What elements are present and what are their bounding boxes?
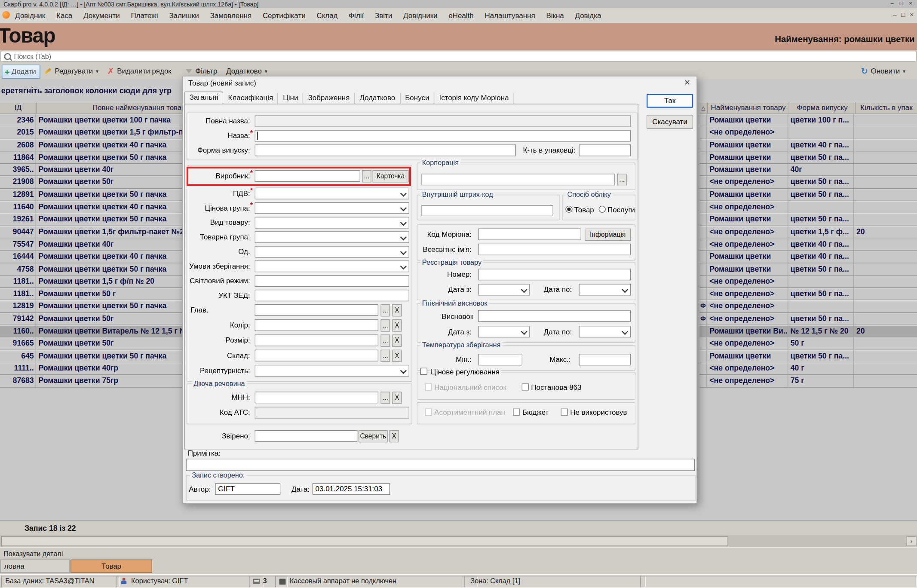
corporation-field[interactable] (421, 174, 615, 185)
menu-item[interactable]: Сертифікати (263, 12, 306, 20)
budget-checkbox[interactable] (513, 409, 520, 416)
verify-clear-button[interactable]: X (389, 430, 399, 442)
column-header-name[interactable]: Найменування товару (708, 103, 789, 114)
menu-item[interactable]: eHealth (448, 12, 473, 20)
size-ellipsis-button[interactable]: ... (380, 334, 390, 346)
ok-button[interactable]: Так (647, 94, 693, 108)
corporation-ellipsis-button[interactable]: ... (617, 174, 627, 185)
reg-date-to-select[interactable] (579, 284, 631, 295)
dialog-close-icon[interactable]: ✕ (681, 77, 693, 88)
mnn-field[interactable] (255, 392, 378, 403)
color-field[interactable] (255, 319, 378, 331)
unit-select[interactable] (255, 246, 409, 257)
table-row[interactable]: <не определено>цветки 50 г па... (699, 176, 917, 189)
maximize-icon[interactable]: □ (899, 0, 903, 8)
minimize-icon[interactable]: – (890, 0, 894, 8)
glav-clear-button[interactable]: X (393, 304, 402, 316)
mdi-restore-icon[interactable]: □ (901, 11, 905, 18)
table-row[interactable]: Ф<не определено> (699, 300, 917, 313)
min-field[interactable] (478, 354, 522, 365)
table-row[interactable]: Ромашки цветки40г (699, 164, 917, 176)
table-row[interactable]: <не определено>цветки 50 г па... (699, 288, 917, 300)
morion-field[interactable] (478, 229, 581, 240)
table-row[interactable]: Ромашки цветкицветки 50 г па... (699, 263, 917, 276)
table-row[interactable]: Ромашки цветкицветки 50 г па... (699, 189, 917, 201)
menu-item[interactable]: Залишки (169, 12, 199, 20)
table-row[interactable]: Ромашки цветкицветки 50 г па... (699, 151, 917, 164)
name-field[interactable] (255, 130, 631, 141)
menu-item[interactable]: Вікна (546, 12, 564, 20)
table-row[interactable]: <не определено>40 г (699, 362, 917, 375)
prescription-select[interactable] (255, 365, 409, 377)
qty-per-pack-field[interactable] (579, 144, 631, 156)
column-header-id[interactable]: ІД (0, 103, 37, 114)
menu-item[interactable]: Склад (316, 12, 337, 20)
size-field[interactable] (255, 334, 378, 346)
mnn-clear-button[interactable]: X (393, 392, 402, 404)
reg-date-from-select[interactable] (478, 284, 530, 295)
menu-item[interactable]: Звіти (375, 12, 392, 20)
cancel-button[interactable]: Скасувати (647, 115, 693, 129)
tab-tovar[interactable]: Товар (71, 560, 152, 573)
column-header-sort-marker[interactable]: △ (699, 103, 708, 114)
table-row[interactable]: <не определено> (699, 276, 917, 288)
dialog-tab[interactable]: Зображення (304, 93, 355, 104)
table-row[interactable]: <не определено>цветки 40 г па... (699, 239, 917, 251)
menu-item[interactable]: Каса (56, 12, 72, 20)
warehouse-clear-button[interactable]: X (393, 350, 402, 362)
barcode-field[interactable] (421, 205, 553, 216)
table-row[interactable]: Ф<не определено>цветки 50 г па... (699, 313, 917, 325)
mdi-minimize-icon[interactable]: – (893, 11, 896, 18)
price-group-select[interactable] (255, 202, 409, 214)
warehouse-ellipsis-button[interactable]: ... (380, 350, 390, 362)
ukt-zed-field[interactable] (255, 290, 409, 301)
light-mode-field[interactable] (255, 275, 409, 287)
dialog-tab[interactable]: Ціни (278, 93, 303, 104)
column-header-qty[interactable]: Кількість в упак (856, 103, 917, 114)
producer-card-button[interactable]: Карточка (372, 170, 408, 182)
dialog-tab[interactable]: Бонуси (400, 93, 434, 104)
release-form-field[interactable] (255, 144, 516, 156)
goods-radio[interactable] (565, 206, 572, 213)
show-details-toggle[interactable]: Показувати деталі (3, 550, 63, 558)
menu-item[interactable]: Замовлення (210, 12, 252, 20)
delete-row-button[interactable]: ✗ Видалити рядок (106, 65, 172, 78)
search-input[interactable]: Поиск (Tab) (0, 51, 916, 62)
color-clear-button[interactable]: X (393, 319, 402, 331)
table-row[interactable]: Ромашки цветкицветки 100 г п... (699, 114, 917, 127)
horizontal-scrollbar[interactable]: › (0, 535, 917, 547)
menu-item[interactable]: Платежі (131, 12, 158, 20)
menu-item[interactable]: Документи (83, 12, 120, 20)
table-row[interactable]: <не определено>50 г (699, 338, 917, 350)
dialog-tab[interactable]: Додатково (355, 93, 401, 104)
verified-field[interactable] (255, 430, 358, 442)
table-row[interactable]: Ромашки цветки Ви...№ 12 1,5 г № 2020 (699, 325, 917, 338)
info-button[interactable]: Інформація (585, 229, 631, 241)
conclusion-field[interactable] (478, 310, 631, 322)
producer-ellipsis-button[interactable]: ... (362, 170, 371, 182)
table-row[interactable]: <не определено> (699, 201, 917, 214)
menu-item[interactable]: Довідка (575, 12, 601, 20)
reg-number-field[interactable] (478, 269, 631, 280)
table-row[interactable]: Ромашки цветкицветки 40 г па... (699, 139, 917, 152)
edit-button[interactable]: Редагувати ▾ (43, 65, 98, 78)
price-reg-checkbox[interactable] (420, 368, 427, 375)
table-row[interactable]: Ромашки цветкицветки 40 г па... (699, 251, 917, 263)
tab-main[interactable]: ловна (0, 560, 70, 573)
hyg-date-to-select[interactable] (579, 326, 631, 337)
refresh-button[interactable]: ↻ Оновити ▾ (861, 65, 905, 78)
glav-field[interactable] (255, 304, 378, 316)
dialog-tab[interactable]: Загальні (184, 92, 223, 104)
scroll-right-icon[interactable]: › (907, 536, 917, 546)
add-button[interactable]: + Додати (2, 65, 40, 79)
mdi-close-icon[interactable]: × (910, 11, 914, 18)
table-row[interactable]: Ромашки цветкицветки 50 г па... (699, 350, 917, 362)
close-icon[interactable]: × (909, 0, 912, 8)
world-name-field[interactable] (478, 244, 631, 255)
menu-item[interactable]: Довідник (15, 12, 45, 20)
producer-field[interactable] (255, 170, 360, 182)
verify-button[interactable]: Сверить (359, 430, 388, 442)
note-field[interactable] (186, 459, 695, 471)
product-group-select[interactable] (255, 231, 409, 243)
dialog-tab[interactable]: Класифікація (224, 93, 279, 104)
